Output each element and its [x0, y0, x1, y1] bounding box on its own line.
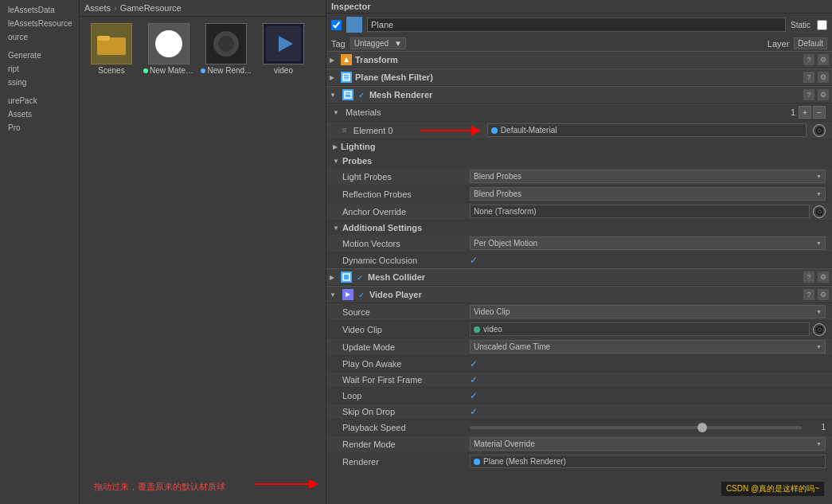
mesh-filter-fold-icon: ▶ [330, 74, 334, 81]
materials-add-btn[interactable]: + [799, 106, 811, 119]
asset-material[interactable]: New Mater... [143, 23, 194, 463]
video-clip-dot [474, 326, 480, 333]
materials-remove-btn[interactable]: − [813, 106, 826, 119]
skip-on-drop-row: Skip On Drop ✓ [326, 404, 832, 420]
video-clip-ref[interactable]: video [470, 322, 810, 336]
dynamic-occlusion-row: Dynamic Occlusion ✓ [326, 252, 832, 268]
light-probes-dropdown[interactable]: Blend Probes [470, 170, 826, 183]
go-name-input[interactable] [367, 18, 786, 32]
sidebar-item-2[interactable]: ource [3, 30, 76, 44]
layer-dropdown[interactable]: Default [794, 37, 827, 49]
tag-layer-row: Tag Untagged ▼ Layer Default [326, 36, 832, 51]
source-dropdown[interactable]: Video Clip [470, 305, 826, 318]
transform-settings-btn[interactable]: ⚙ [818, 54, 829, 65]
element-0-value[interactable]: Default-Material [487, 123, 807, 137]
assets-panel: Assets › GameResource Scenes New Mater..… [80, 0, 326, 504]
mesh-collider-settings-btn[interactable]: ⚙ [818, 272, 829, 283]
breadcrumb-assets[interactable]: Assets [84, 3, 111, 13]
wait-first-frame-row: Wait For First Frame ✓ [326, 372, 832, 388]
mesh-renderer-settings-btn[interactable]: ⚙ [818, 89, 829, 100]
renderer-text: Plane (Mesh Renderer) [483, 457, 566, 466]
mesh-filter-header[interactable]: ▶ Plane (Mesh Filter) ? ⚙ [326, 68, 832, 86]
sidebar-item-8[interactable]: urePack [3, 94, 76, 107]
go-header: Static [326, 14, 832, 36]
update-mode-dropdown[interactable]: Unscaled Game Time [470, 340, 826, 354]
transform-icon [341, 54, 352, 65]
red-arrow-materials [420, 125, 484, 136]
probes-section-header[interactable]: ▼ Probes [326, 154, 832, 168]
static-checkbox[interactable] [817, 20, 827, 30]
inspector-header: Inspector [326, 0, 832, 14]
mesh-collider-header[interactable]: ▶ ✓ Mesh Collider ? ⚙ [326, 268, 832, 286]
anchor-override-pick-btn[interactable]: ⊙ [813, 205, 826, 218]
breadcrumb-gameresource[interactable]: GameResource [120, 3, 182, 13]
anchor-override-label: Anchor Override [342, 207, 470, 217]
video-clip-pick-btn[interactable]: ⊙ [813, 323, 826, 336]
go-active-checkbox[interactable] [331, 20, 342, 30]
mesh-renderer-header[interactable]: ▼ ✓ Mesh Renderer ? ⚙ [326, 86, 832, 104]
transform-header[interactable]: ▶ Transform ? ⚙ [326, 51, 832, 68]
reflection-probes-row: Reflection Probes Blend Probes [326, 186, 832, 203]
material-ref-pick-btn[interactable]: ⊙ [813, 124, 826, 137]
playback-speed-track[interactable] [470, 426, 802, 429]
materials-section-header[interactable]: ▼ Materials 1 + − [326, 104, 832, 122]
mesh-collider-name: Mesh Collider [368, 272, 800, 282]
assets-grid: Scenes New Mater... New Rend... [80, 17, 326, 470]
update-mode-value: Unscaled Game Time [470, 340, 826, 354]
mesh-filter-help-btn[interactable]: ? [803, 72, 814, 83]
red-arrow-svg [254, 476, 326, 492]
asset-render[interactable]: New Rend... [201, 23, 252, 463]
sidebar-item-5[interactable]: ript [3, 62, 76, 76]
reflection-probes-dropdown[interactable]: Blend Probes [470, 187, 826, 201]
video-player-header[interactable]: ▼ ✓ Video Player ? ⚙ [326, 286, 832, 303]
mesh-collider-help-btn[interactable]: ? [803, 272, 814, 283]
video-player-icon [342, 289, 354, 300]
play-on-awake-label: Play On Awake [342, 359, 470, 369]
material-dot [143, 68, 148, 73]
annotation-area: 拖动过来，覆盖原来的默认材质球 [80, 470, 326, 504]
mesh-renderer-check: ✓ [358, 91, 365, 100]
update-mode-row: Update Mode Unscaled Game Time [326, 338, 832, 356]
sidebar-item-6[interactable]: ssing [3, 76, 76, 89]
motion-vectors-dropdown[interactable]: Per Object Motion [470, 236, 826, 250]
source-value: Video Clip [470, 305, 826, 318]
video-player-help-btn[interactable]: ? [803, 289, 814, 300]
video-player-settings-btn[interactable]: ⚙ [818, 289, 829, 300]
video-clip-label: Video Clip [342, 325, 470, 334]
asset-scenes[interactable]: Scenes [86, 23, 137, 463]
tag-dropdown[interactable]: Untagged ▼ [350, 37, 406, 49]
lighting-section[interactable]: ▶ Lighting [326, 139, 832, 154]
anchor-override-ref[interactable]: None (Transform) [470, 205, 810, 218]
sidebar-item-4[interactable]: Generate [3, 49, 76, 62]
go-cube-icon [346, 17, 362, 33]
materials-count: 1 [791, 107, 795, 117]
render-mode-dropdown[interactable]: Material Override [470, 437, 826, 451]
skip-on-drop-value: ✓ [470, 406, 826, 417]
sidebar-item-1[interactable]: leAssetsResource [3, 17, 76, 30]
reflection-probes-label: Reflection Probes [342, 189, 470, 199]
asset-video-label: video [274, 66, 293, 75]
motion-vectors-value: Per Object Motion [470, 236, 826, 250]
loop-check: ✓ [470, 390, 478, 401]
additional-settings-header[interactable]: ▼ Additional Settings [326, 221, 832, 235]
sidebar-item-9[interactable]: Assets [3, 107, 76, 121]
mesh-filter-settings-btn[interactable]: ⚙ [818, 72, 829, 83]
asset-video[interactable]: video [258, 23, 309, 463]
mesh-collider-controls: ? ⚙ [803, 272, 829, 283]
source-row: Source Video Clip [326, 303, 832, 321]
renderer-ref[interactable]: Plane (Mesh Renderer) [470, 455, 826, 468]
light-probes-label: Light Probes [342, 172, 470, 182]
motion-vectors-row: Motion Vectors Per Object Motion [326, 235, 832, 252]
mesh-renderer-help-btn[interactable]: ? [803, 89, 814, 100]
sidebar-item-10[interactable]: Pro [3, 121, 76, 135]
transform-help-btn[interactable]: ? [803, 54, 814, 65]
mesh-collider-check: ✓ [357, 273, 363, 282]
asset-render-icon [205, 23, 247, 64]
sidebar-item-0[interactable]: leAssetsData [3, 3, 76, 17]
dynamic-occlusion-value: ✓ [470, 255, 826, 266]
playback-speed-thumb[interactable] [697, 423, 707, 432]
mesh-filter-controls: ? ⚙ [803, 72, 829, 83]
playback-speed-row: Playback Speed 1 [326, 420, 832, 436]
material-ref-name: Default-Material [501, 126, 557, 135]
motion-vectors-label: Motion Vectors [342, 239, 470, 248]
